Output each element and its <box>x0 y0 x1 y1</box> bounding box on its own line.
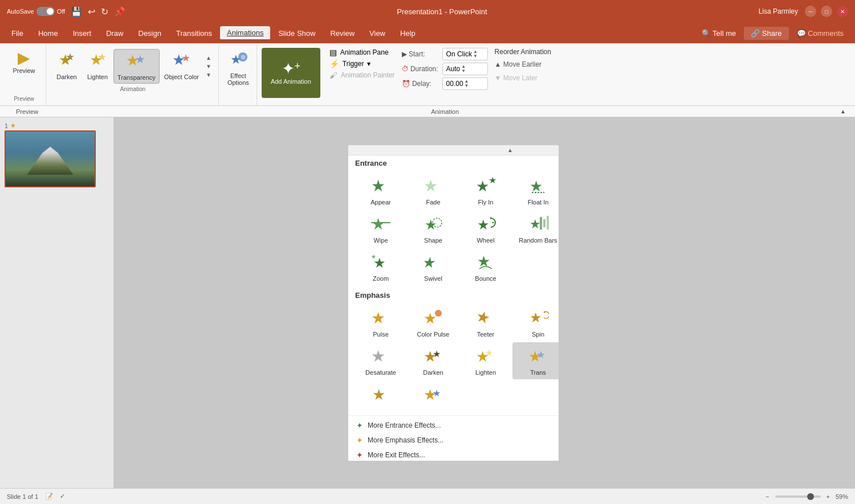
pulse-icon: ★ <box>370 308 392 330</box>
pin-icon[interactable]: 📌 <box>114 6 125 17</box>
restore-button[interactable]: □ <box>821 6 832 17</box>
delay-down-arrow[interactable]: ▼ <box>465 84 469 88</box>
emphasis-teeter[interactable]: ★ Teeter <box>460 304 511 341</box>
entrance-bounce[interactable]: ★ Bounce <box>460 248 511 285</box>
zoom-label: Zoom <box>373 275 389 282</box>
menu-transitions[interactable]: Transitions <box>169 27 219 40</box>
zoom-minus-button[interactable]: − <box>766 493 769 500</box>
titlebar-title: Presentation1 - PowerPoint <box>397 7 487 16</box>
menu-file[interactable]: File <box>5 27 30 40</box>
close-button[interactable]: ✕ <box>837 6 848 17</box>
comments-button[interactable]: 💬 Comments <box>790 27 850 40</box>
entrance-shape[interactable]: ★ Shape <box>408 210 459 247</box>
entrance-randombars[interactable]: ★ Random Bars <box>512 210 559 247</box>
preview-button[interactable]: ▶ Preview <box>6 48 42 76</box>
emphasis-pulse[interactable]: ★ Pulse <box>355 304 406 341</box>
emphasis-transparency[interactable]: ★ ★ Trans Transparency Text or object ap… <box>512 342 559 379</box>
colorpulse-icon: ★ <box>422 308 444 330</box>
swivel-label: Swivel <box>424 275 442 282</box>
slide-canvas[interactable]: 1 ▲ Entrance ★ Appear <box>348 145 559 461</box>
anim-objectcolor-button[interactable]: ★★ Object Color <box>161 49 202 84</box>
delay-arrows[interactable]: ▲ ▼ <box>465 79 469 88</box>
entrance-flyin[interactable]: ★★ Fly In <box>460 172 511 209</box>
minimize-button[interactable]: ─ <box>805 6 816 17</box>
emphasis-mixed3[interactable]: ★ ★ <box>408 380 459 411</box>
entrance-zoom[interactable]: ★ ★ Zoom <box>355 248 406 285</box>
anim-darken-icon: ★★ <box>56 51 77 72</box>
menu-slideshow[interactable]: Slide Show <box>271 27 322 40</box>
anim-darken-button[interactable]: ★★ Darken <box>52 49 82 84</box>
menu-search[interactable]: 🔍 Tell me <box>695 27 743 40</box>
anim-lighten-icon: ★★ <box>87 51 108 72</box>
menu-view[interactable]: View <box>363 27 392 40</box>
entrance-wheel[interactable]: ★ Wheel <box>460 210 511 247</box>
animation-pane-button[interactable]: ▤ Animation Pane <box>329 48 395 57</box>
animation-scroll-up[interactable]: ▲ <box>205 54 213 62</box>
trigger-label: Trigger <box>343 60 364 68</box>
emphasis-lighten[interactable]: ★ ★ Lighten <box>460 342 511 379</box>
duration-value[interactable]: Auto ▲ ▼ <box>442 63 488 75</box>
duration-arrows[interactable]: ▲ ▼ <box>461 64 466 73</box>
duration-label: ⏱ Duration: <box>402 65 439 73</box>
menu-home[interactable]: Home <box>31 27 65 40</box>
anim-darken-label: Darken <box>56 73 76 80</box>
animation-scroll-down[interactable]: ▼ <box>205 62 213 71</box>
effect-options-icon: ★ ⚙ <box>228 50 249 71</box>
emphasis-darken[interactable]: ★ ★ Darken <box>408 342 459 379</box>
zoom-slider[interactable] <box>775 495 821 498</box>
more-entrance-effects-link[interactable]: ✦ More Entrance Effects... <box>348 418 559 433</box>
entrance-wipe[interactable]: ★ Wipe <box>355 210 406 247</box>
animation-expand[interactable]: ▼ <box>205 71 213 79</box>
undo-icon[interactable]: ↩ <box>88 6 95 17</box>
trigger-dropdown-icon: ▾ <box>367 60 370 68</box>
trigger-button[interactable]: ⚡ Trigger ▾ <box>329 59 395 68</box>
anim-lighten-button[interactable]: ★★ Lighten <box>83 49 112 84</box>
spin-icon: ★ <box>527 308 549 330</box>
more-emphasis-effects-link[interactable]: ✦ More Emphasis Effects... <box>348 433 559 448</box>
more-exit-effects-link[interactable]: ✦ More Exit Effects... <box>348 448 559 461</box>
autosave-pill[interactable] <box>36 7 55 16</box>
save-icon[interactable]: 💾 <box>71 6 82 17</box>
svg-rect-26 <box>547 216 549 230</box>
anim-transparency-button[interactable]: ★★ Transparency <box>113 49 160 84</box>
entrance-appear[interactable]: ★ Appear <box>355 172 406 209</box>
start-value[interactable]: On Click ▲ ▼ <box>442 48 488 60</box>
start-arrows[interactable]: ▲ ▼ <box>473 50 478 59</box>
duration-down-arrow[interactable]: ▼ <box>461 69 466 73</box>
notes-icon[interactable]: 📝 <box>45 493 53 500</box>
slide-info: Slide 1 of 1 <box>7 493 38 500</box>
entrance-swivel[interactable]: ★ Swivel <box>408 248 459 285</box>
emphasis-colorpulse[interactable]: ★ Color Pulse <box>408 304 459 341</box>
emphasis-mixed2[interactable]: ★ <box>355 380 406 411</box>
effect-options-button[interactable]: ★ ⚙ EffectOptions <box>223 48 253 88</box>
start-down-arrow[interactable]: ▼ <box>473 54 478 59</box>
svg-text:★: ★ <box>371 309 385 327</box>
svg-text:★: ★ <box>530 217 541 231</box>
fade-icon: ★ <box>422 175 444 198</box>
move-earlier-button[interactable]: ▲ Move Earlier <box>495 59 551 69</box>
wipe-label: Wipe <box>373 237 388 244</box>
start-label: ▶ Start: <box>402 50 439 58</box>
menu-animations[interactable]: Animations <box>220 26 270 40</box>
slide-thumbnail-1[interactable]: 1 ★ <box>5 122 109 187</box>
delay-value[interactable]: 00.00 ▲ ▼ <box>442 77 488 90</box>
menu-design[interactable]: Design <box>132 27 168 40</box>
menu-insert[interactable]: Insert <box>66 27 99 40</box>
entrance-fade[interactable]: ★ Fade <box>408 172 459 209</box>
menu-help[interactable]: Help <box>393 27 422 40</box>
slide-thumbnail-image <box>5 130 96 187</box>
dropdown-scroll-up-button[interactable]: ▲ <box>348 145 559 155</box>
emphasis-desaturate[interactable]: ★ Desaturate <box>355 342 406 379</box>
duration-row: ⏱ Duration: Auto ▲ ▼ <box>402 63 488 75</box>
menu-review[interactable]: Review <box>323 27 361 40</box>
user-name: Lisa Parmley <box>759 7 798 15</box>
share-button[interactable]: 🔗 Share <box>744 27 788 40</box>
emphasis-spin[interactable]: ★ Spin <box>512 304 559 341</box>
zoom-plus-button[interactable]: + <box>826 493 830 500</box>
menu-draw[interactable]: Draw <box>99 27 130 40</box>
ribbon-scroll-icon[interactable]: ▲ <box>840 108 846 114</box>
add-animation-button[interactable]: ✦+ Add Animation <box>262 48 320 98</box>
entrance-floatin[interactable]: ★ Float In <box>512 172 559 209</box>
redo-icon[interactable]: ↻ <box>101 6 108 17</box>
autosave-toggle[interactable]: AutoSave Off <box>7 7 65 16</box>
